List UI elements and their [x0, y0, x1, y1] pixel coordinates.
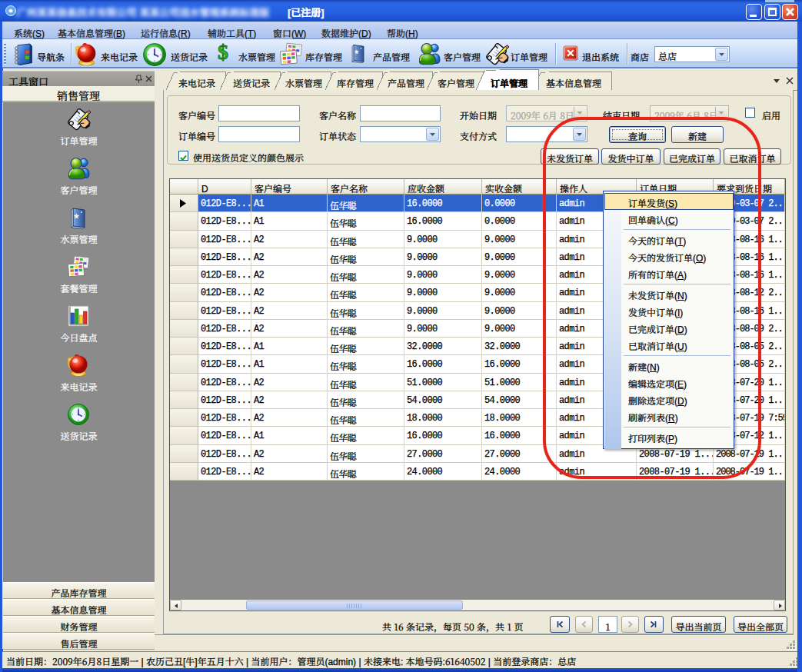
svg-text:$: $	[218, 41, 228, 62]
